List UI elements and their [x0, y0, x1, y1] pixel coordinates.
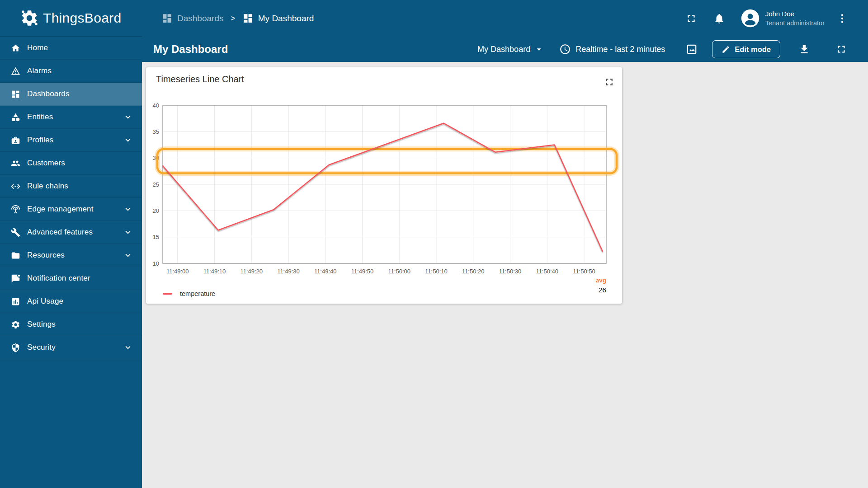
- user-name: John Doe: [765, 9, 825, 19]
- svg-text:40: 40: [153, 102, 159, 109]
- fullscreen-button[interactable]: [685, 13, 697, 24]
- security-icon: [11, 343, 20, 352]
- notifications-bell-icon: [713, 13, 725, 24]
- sidebar-item-label: Edge management: [27, 205, 94, 214]
- chevron-down-icon: [123, 135, 133, 145]
- download-icon: [798, 43, 810, 55]
- sidebar-item-label: Dashboards: [27, 89, 70, 99]
- dashboards-icon: [242, 13, 254, 24]
- entities-icon: [11, 113, 20, 122]
- customers-icon: [11, 159, 20, 168]
- download-button[interactable]: [798, 43, 810, 55]
- sidebar-menu: HomeAlarmsDashboardsEntitiesProfilesCust…: [0, 37, 142, 359]
- timewindow-label: Realtime - last 2 minutes: [576, 45, 665, 54]
- svg-text:11:49:30: 11:49:30: [277, 268, 300, 275]
- notifications-button[interactable]: [713, 13, 725, 24]
- user-role: Tenant administrator: [765, 19, 825, 28]
- sidebar-item-label: Alarms: [27, 66, 52, 75]
- edge-management-icon: [11, 205, 20, 214]
- notification-center-icon: [11, 274, 20, 283]
- chevron-icon: [123, 112, 133, 122]
- chevron-icon: [123, 250, 133, 260]
- advanced-features-icon: [11, 228, 20, 237]
- chevron-down-icon: [123, 343, 133, 352]
- svg-text:11:50:20: 11:50:20: [462, 268, 485, 275]
- legend-item-temperature[interactable]: temperature: [163, 290, 215, 297]
- dashboard-toolbar: My Dashboard My Dashboard Realtime - las…: [142, 37, 868, 62]
- sidebar-item-label: Advanced features: [27, 228, 93, 237]
- series-label: temperature: [180, 290, 215, 297]
- dashboard-image-button[interactable]: [686, 43, 698, 55]
- sidebar-item-label: Rule chains: [27, 182, 68, 191]
- svg-text:11:49:40: 11:49:40: [314, 268, 337, 275]
- sidebar-item-notification-center[interactable]: Notification center: [0, 267, 142, 290]
- app-logo[interactable]: ThingsBoard: [0, 0, 142, 37]
- svg-text:11:50:30: 11:50:30: [499, 268, 522, 275]
- avg-label: avg: [596, 277, 606, 284]
- timewindow-button[interactable]: Realtime - last 2 minutes: [559, 43, 665, 55]
- chevron-icon: [123, 343, 133, 352]
- dashboard-content: Timeseries Line Chart 1015202530354011:4…: [142, 62, 868, 488]
- chevron-down-icon: [123, 112, 133, 122]
- sidebar-item-label: Settings: [27, 320, 56, 329]
- edit-pencil-icon: [722, 45, 730, 54]
- svg-text:11:50:50: 11:50:50: [573, 268, 595, 275]
- sidebar-item-edge-management[interactable]: Edge management: [0, 198, 142, 221]
- dashboards-icon: [161, 13, 173, 24]
- svg-text:10: 10: [153, 260, 159, 267]
- chevron-down-icon: [123, 250, 133, 260]
- dashboards-icon: [11, 89, 20, 99]
- expand-dashboard-button[interactable]: [835, 43, 847, 55]
- sidebar-item-label: Home: [27, 43, 48, 52]
- sidebar-item-label: Notification center: [27, 274, 90, 283]
- home-icon: [11, 43, 20, 53]
- api-usage-icon: [11, 297, 20, 306]
- svg-text:11:50:00: 11:50:00: [388, 268, 410, 275]
- breadcrumb-separator: >: [231, 14, 235, 23]
- legend-aggregation: avg 26: [596, 277, 606, 294]
- image-icon: [686, 43, 698, 55]
- topbar-actions: John Doe Tenant administrator: [685, 9, 868, 28]
- sidebar-item-security[interactable]: Security: [0, 336, 142, 359]
- avatar: [741, 9, 760, 28]
- chevron-icon: [123, 204, 133, 214]
- more-vert-icon: [836, 13, 848, 24]
- more-menu-button[interactable]: [836, 13, 848, 24]
- sidebar-item-api-usage[interactable]: Api Usage: [0, 290, 142, 313]
- svg-text:25: 25: [153, 181, 159, 188]
- sidebar-item-settings[interactable]: Settings: [0, 313, 142, 336]
- breadcrumb-my-dashboard[interactable]: My Dashboard: [242, 13, 314, 24]
- svg-text:20: 20: [153, 207, 159, 214]
- caret-down-icon: [534, 44, 544, 54]
- sidebar-item-advanced-features[interactable]: Advanced features: [0, 221, 142, 244]
- rule-chains-icon: [11, 182, 20, 191]
- clock-icon: [559, 43, 571, 55]
- dashboard-select[interactable]: My Dashboard: [477, 44, 544, 54]
- sidebar-item-resources[interactable]: Resources: [0, 244, 142, 267]
- dashboard-toolbar-actions: My Dashboard Realtime - last 2 minutes E…: [477, 40, 868, 58]
- sidebar-item-label: Entities: [27, 113, 53, 122]
- sidebar-item-profiles[interactable]: Profiles: [0, 129, 142, 152]
- breadcrumb-dashboards[interactable]: Dashboards: [161, 13, 223, 24]
- timeseries-chart: 1015202530354011:49:0011:49:1011:49:2011…: [146, 67, 622, 304]
- series-color-dash: [163, 293, 172, 295]
- svg-text:11:49:10: 11:49:10: [203, 268, 226, 275]
- svg-text:11:49:50: 11:49:50: [351, 268, 374, 275]
- sidebar-item-entities[interactable]: Entities: [0, 106, 142, 129]
- svg-text:11:50:10: 11:50:10: [425, 268, 448, 275]
- sidebar-item-alarms[interactable]: Alarms: [0, 60, 142, 83]
- svg-text:35: 35: [153, 128, 159, 135]
- chevron-down-icon: [123, 204, 133, 214]
- timeseries-widget: Timeseries Line Chart 1015202530354011:4…: [146, 67, 622, 304]
- app-name: ThingsBoard: [43, 10, 121, 26]
- sidebar-item-dashboards[interactable]: Dashboards: [0, 83, 142, 106]
- user-menu[interactable]: John Doe Tenant administrator: [741, 9, 836, 28]
- chevron-down-icon: [123, 227, 133, 237]
- sidebar-item-customers[interactable]: Customers: [0, 152, 142, 175]
- user-info: John Doe Tenant administrator: [765, 9, 825, 28]
- edit-mode-button[interactable]: Edit mode: [712, 40, 780, 58]
- sidebar-item-rule-chains[interactable]: Rule chains: [0, 175, 142, 198]
- svg-text:11:49:00: 11:49:00: [166, 268, 189, 275]
- sidebar-item-home[interactable]: Home: [0, 37, 142, 60]
- resources-icon: [11, 251, 20, 260]
